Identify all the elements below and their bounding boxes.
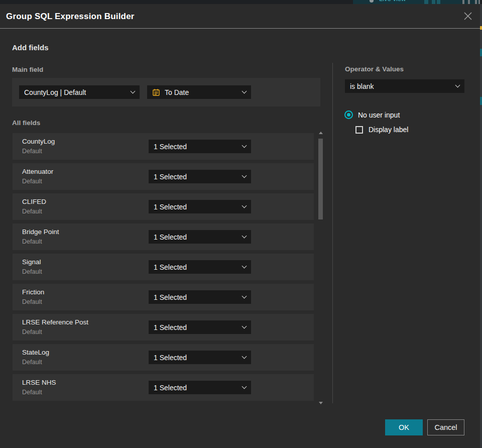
selection-count: 1 Selected [154, 384, 243, 392]
field-name: Signal [22, 258, 41, 266]
live-view-panel: Live view [353, 0, 480, 4]
sliver-teal-fragment [480, 49, 482, 56]
list-scrollbar[interactable] [317, 131, 325, 405]
cancel-button[interactable]: Cancel [427, 419, 464, 435]
field-selection-dropdown[interactable]: 1 Selected [149, 140, 251, 153]
field-name: StateLog [22, 349, 49, 356]
toolbar-icon-fragment [432, 0, 435, 4]
chevron-down-icon [242, 354, 247, 359]
field-row-signal: Signal Default 1 Selected [13, 254, 314, 280]
field-row-countylog: CountyLog Default 1 Selected [13, 133, 314, 160]
calendar-icon [152, 88, 160, 96]
selection-count: 1 Selected [154, 323, 243, 331]
chevron-down-icon [242, 294, 247, 299]
operator-value: is blank [350, 82, 456, 90]
operator-values-label: Operator & Values [345, 65, 404, 73]
field-name: Attenuator [22, 168, 53, 175]
field-subtitle: Default [22, 178, 42, 185]
chevron-down-icon [242, 324, 247, 329]
field-type-value: To Date [165, 88, 243, 96]
close-button[interactable] [462, 10, 474, 22]
chevron-down-icon [131, 89, 136, 94]
main-field-value: CountyLog | Default [24, 88, 131, 96]
scrollbar-thumb[interactable] [318, 139, 323, 219]
chevron-down-icon [242, 264, 247, 269]
selection-count: 1 Selected [154, 203, 243, 211]
scroll-up-arrow-icon[interactable] [319, 132, 323, 134]
dialog-title: Group SQL Expression Builder [6, 4, 135, 29]
main-field-container: CountyLog | Default To Date [12, 78, 320, 106]
chevron-down-icon [242, 143, 247, 148]
field-row-friction: Friction Default 1 Selected [13, 284, 314, 310]
field-subtitle: Default [22, 148, 42, 155]
field-subtitle: Default [22, 298, 42, 305]
chevron-down-icon [455, 83, 460, 88]
field-selection-dropdown[interactable]: 1 Selected [149, 200, 251, 213]
field-selection-dropdown[interactable]: 1 Selected [149, 320, 251, 334]
sliver-teal-fragment [480, 97, 482, 105]
field-subtitle: Default [22, 328, 42, 335]
field-name: LRSE Reference Post [22, 318, 88, 326]
no-user-input-option[interactable]: No user input [344, 110, 400, 119]
no-user-input-label: No user input [358, 111, 400, 119]
chevron-down-icon [242, 384, 247, 389]
all-fields-label: All fields [12, 119, 40, 127]
field-row-bridge-point: Bridge Point Default 1 Selected [13, 223, 314, 250]
field-row-attenuator: Attenuator Default 1 Selected [13, 163, 314, 190]
ok-button[interactable]: OK [385, 419, 423, 435]
field-row-lrse-nhs: LRSE NHS Default 1 Selected [13, 374, 314, 401]
chevron-down-icon [242, 234, 247, 239]
field-subtitle: Default [22, 389, 42, 396]
close-icon [463, 12, 472, 21]
toolbar-icon-fragment [437, 0, 440, 4]
scroll-down-arrow-icon[interactable] [319, 402, 323, 404]
display-label-label: Display label [369, 126, 408, 134]
selection-count: 1 Selected [154, 354, 243, 362]
selection-count: 1 Selected [154, 173, 243, 181]
field-row-lrse-reference-post: LRSE Reference Post Default 1 Selected [13, 314, 314, 341]
toolbar-icon-fragment [475, 0, 477, 4]
field-selection-dropdown[interactable]: 1 Selected [149, 290, 251, 304]
background-right-sliver [480, 4, 482, 448]
screen: { "background": { "live_view_label": "Li… [0, 0, 482, 448]
toolbar-icon-fragment [478, 0, 480, 4]
radio-selected-icon[interactable] [344, 110, 353, 119]
main-field-dropdown[interactable]: CountyLog | Default [19, 85, 140, 99]
field-row-statelog: StateLog Default 1 Selected [13, 344, 314, 371]
checkbox-unchecked-icon[interactable] [355, 126, 363, 134]
background-toolbar-sliver: Live view [0, 0, 482, 4]
live-view-label: Live view [379, 0, 406, 3]
live-view-dot-icon [370, 0, 374, 3]
field-selection-dropdown[interactable]: 1 Selected [149, 381, 251, 394]
dialog-header: Group SQL Expression Builder [0, 4, 480, 29]
selection-count: 1 Selected [154, 233, 243, 241]
field-subtitle: Default [22, 208, 42, 215]
field-name: CLIFED [22, 198, 46, 205]
selection-count: 1 Selected [154, 263, 243, 271]
field-subtitle: Default [22, 268, 42, 275]
field-selection-dropdown[interactable]: 1 Selected [149, 230, 251, 244]
field-name: CountyLog [22, 138, 55, 145]
field-subtitle: Default [22, 359, 42, 366]
field-type-dropdown[interactable]: To Date [147, 85, 251, 99]
display-label-option[interactable]: Display label [355, 126, 408, 134]
field-row-clifed: CLIFED Default 1 Selected [13, 193, 314, 220]
section-divider [332, 63, 333, 403]
field-selection-dropdown[interactable]: 1 Selected [149, 170, 251, 183]
sliver-yellow-fragment [480, 26, 482, 30]
chevron-down-icon [242, 203, 247, 208]
toolbar-icon-fragment [462, 0, 464, 4]
main-field-label: Main field [12, 66, 43, 73]
selection-count: 1 Selected [154, 143, 243, 151]
chevron-down-icon [242, 173, 247, 178]
field-name: Bridge Point [22, 228, 59, 236]
add-fields-heading: Add fields [12, 43, 49, 52]
selection-count: 1 Selected [154, 293, 243, 301]
toolbar-icon-fragment [468, 0, 470, 4]
chevron-down-icon [242, 89, 247, 94]
group-sql-expression-builder-dialog: Group SQL Expression Builder Add fields … [0, 4, 480, 448]
field-selection-dropdown[interactable]: 1 Selected [149, 351, 251, 364]
operator-dropdown[interactable]: is blank [345, 79, 464, 93]
field-selection-dropdown[interactable]: 1 Selected [149, 260, 251, 274]
field-name: Friction [22, 288, 44, 296]
